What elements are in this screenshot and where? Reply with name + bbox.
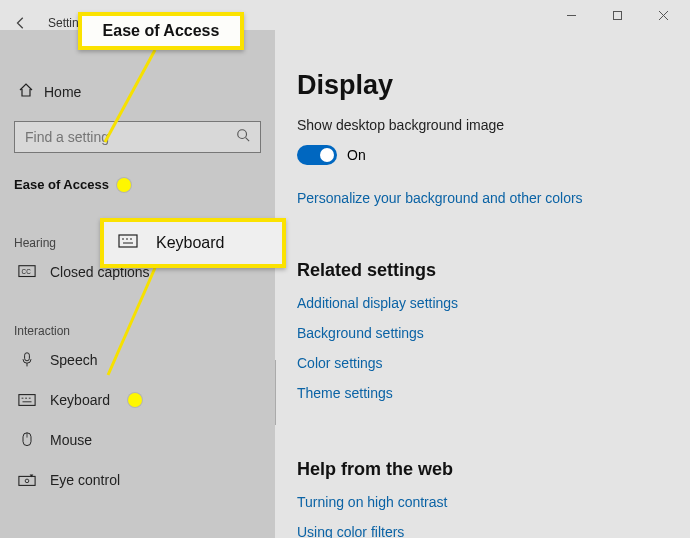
eye-control-icon xyxy=(18,472,36,488)
sidebar-item-eye-control[interactable]: Eye control xyxy=(14,472,261,488)
sidebar-item-speech[interactable]: Speech xyxy=(14,352,261,368)
home-label: Home xyxy=(44,84,81,100)
link-color-filters[interactable]: Using color filters xyxy=(297,524,672,538)
search-icon xyxy=(236,128,250,146)
separator xyxy=(275,360,276,425)
minimize-button[interactable] xyxy=(548,0,594,30)
personalize-link[interactable]: Personalize your background and other co… xyxy=(297,190,583,206)
link-background[interactable]: Background settings xyxy=(297,325,672,341)
svg-point-17 xyxy=(25,479,29,483)
back-icon[interactable] xyxy=(14,16,28,30)
maximize-button[interactable] xyxy=(594,0,640,30)
annotation-dot xyxy=(117,178,131,192)
svg-point-4 xyxy=(238,130,247,139)
help-heading: Help from the web xyxy=(297,459,672,480)
search-input[interactable] xyxy=(25,129,225,145)
annotation-dot xyxy=(128,393,142,407)
search-box[interactable] xyxy=(14,121,261,153)
link-additional-display[interactable]: Additional display settings xyxy=(297,295,672,311)
svg-rect-1 xyxy=(613,11,621,19)
svg-line-5 xyxy=(246,138,250,142)
callout-label: Ease of Access xyxy=(103,22,220,40)
link-color[interactable]: Color settings xyxy=(297,355,672,371)
toggle-label: Show desktop background image xyxy=(297,117,672,133)
nav-label: Mouse xyxy=(50,432,92,448)
nav-label: Keyboard xyxy=(50,392,110,408)
sidebar: Home Ease of Access Hearing CC Closed ca… xyxy=(0,30,275,538)
svg-rect-19 xyxy=(119,235,137,247)
nav-label: Eye control xyxy=(50,472,120,488)
sidebar-item-keyboard[interactable]: Keyboard xyxy=(14,392,261,408)
section-interaction: Interaction xyxy=(14,324,261,338)
link-high-contrast[interactable]: Turning on high contrast xyxy=(297,494,672,510)
toggle-state: On xyxy=(347,147,366,163)
close-button[interactable] xyxy=(640,0,686,30)
sidebar-item-mouse[interactable]: Mouse xyxy=(14,432,261,448)
link-theme[interactable]: Theme settings xyxy=(297,385,672,401)
callout-ease-of-access: Ease of Access xyxy=(78,12,244,50)
home-icon xyxy=(18,82,34,101)
active-category: Ease of Access xyxy=(14,177,109,192)
callout-keyboard: Keyboard xyxy=(100,218,286,268)
sidebar-item-home[interactable]: Home xyxy=(18,82,261,101)
callout-label: Keyboard xyxy=(156,234,225,252)
svg-rect-9 xyxy=(19,395,35,406)
svg-rect-16 xyxy=(19,476,35,485)
page-title: Display xyxy=(297,70,672,101)
related-heading: Related settings xyxy=(297,260,672,281)
mouse-icon xyxy=(18,432,36,448)
keyboard-icon xyxy=(118,234,138,252)
captions-icon: CC xyxy=(18,264,36,280)
keyboard-icon xyxy=(18,392,36,408)
svg-text:CC: CC xyxy=(22,268,32,275)
main-panel: Display Show desktop background image On… xyxy=(275,30,690,538)
microphone-icon xyxy=(18,352,36,368)
nav-label: Speech xyxy=(50,352,97,368)
svg-rect-8 xyxy=(25,353,30,361)
bg-image-toggle[interactable] xyxy=(297,145,337,165)
